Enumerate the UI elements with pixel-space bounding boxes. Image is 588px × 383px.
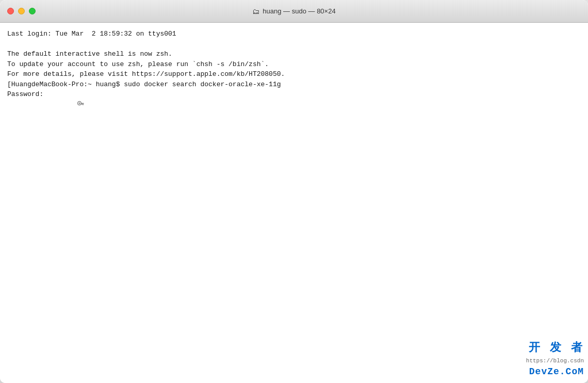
- more-details-text: For more details, please visit https://s…: [7, 69, 285, 79]
- maximize-button[interactable]: [29, 8, 36, 14]
- window-title: huang — sudo — 80×24: [263, 7, 335, 15]
- default-shell-text: The default interactive shell is now zsh…: [7, 49, 172, 59]
- watermark-url-text: https://blog.csdn: [526, 357, 584, 365]
- last-login-text: Last login: Tue Mar 2 18:59:32 on ttys00…: [7, 29, 176, 39]
- window-controls: [7, 8, 36, 14]
- prompt-command-text: [HuangdeMacBook-Pro:~ huang$ sudo docker…: [7, 79, 281, 90]
- svg-rect-1: [80, 103, 84, 104]
- terminal-line-password: Password:: [7, 89, 581, 100]
- svg-rect-2: [83, 104, 84, 105]
- terminal-line-prompt: [HuangdeMacBook-Pro:~ huang$ sudo docker…: [7, 79, 581, 90]
- folder-icon: 🗂: [252, 7, 259, 15]
- terminal-content[interactable]: Last login: Tue Mar 2 18:59:32 on ttys00…: [0, 23, 588, 383]
- update-account-text: To update your account to use zsh, pleas…: [7, 59, 269, 70]
- terminal-line: Last login: Tue Mar 2 18:59:32 on ttys00…: [7, 29, 581, 39]
- svg-point-4: [78, 103, 80, 104]
- watermark-top-text: 开 发 者: [529, 340, 584, 357]
- password-label: Password:: [7, 89, 43, 100]
- terminal-line-details: For more details, please visit https://s…: [7, 69, 581, 79]
- terminal-line-empty: [7, 39, 581, 50]
- terminal-window: 🗂 huang — sudo — 80×24 Last login: Tue M…: [0, 0, 588, 383]
- svg-rect-3: [81, 104, 83, 105]
- title-bar: 🗂 huang — sudo — 80×24: [0, 0, 588, 23]
- terminal-line-shell: The default interactive shell is now zsh…: [7, 49, 581, 59]
- watermark-bottom-text: DevZe.CoM: [529, 365, 584, 379]
- title-bar-title: 🗂 huang — sudo — 80×24: [252, 7, 335, 15]
- close-button[interactable]: [7, 8, 14, 14]
- key-icon: [44, 90, 53, 98]
- watermark: 开 发 者 https://blog.csdn DevZe.CoM: [526, 340, 584, 379]
- minimize-button[interactable]: [18, 8, 25, 14]
- terminal-line-update: To update your account to use zsh, pleas…: [7, 59, 581, 70]
